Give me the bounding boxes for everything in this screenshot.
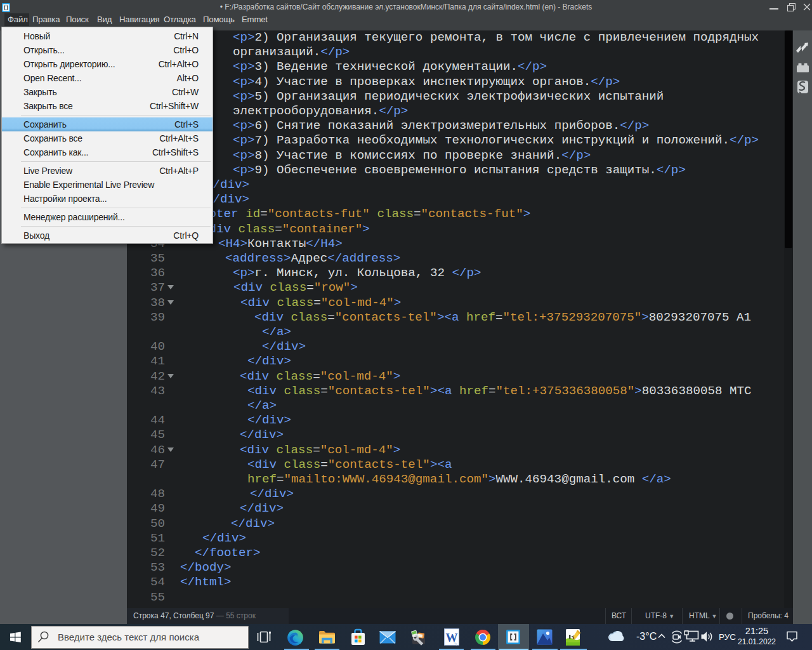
svg-text:W: W bbox=[446, 631, 458, 644]
